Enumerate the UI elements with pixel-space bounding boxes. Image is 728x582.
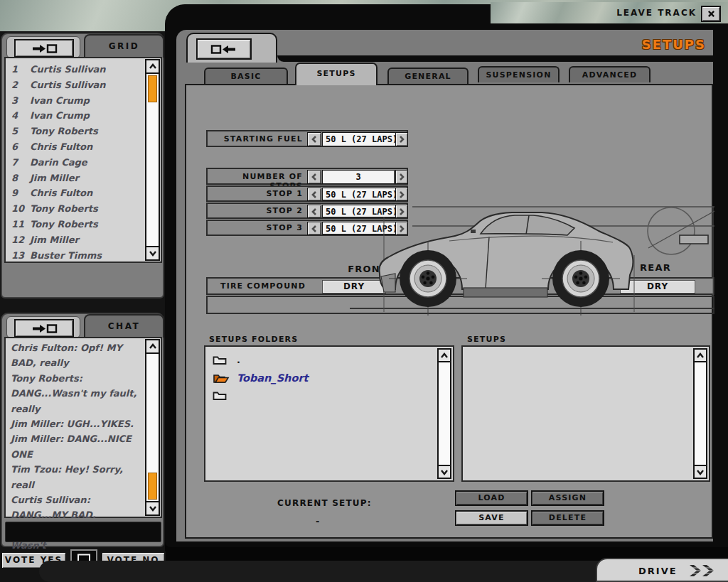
scroll-up-button[interactable] xyxy=(437,348,451,362)
chat-message: Tim Tzou: Hey! Sorry, reall xyxy=(11,462,141,492)
open-folder-icon xyxy=(213,372,230,384)
chevron-up-icon xyxy=(149,343,157,350)
grid-panel: GRID 1Curtis Sullivan 2Curtis Sullivan 3… xyxy=(1,33,164,298)
drive-label: DRIVE xyxy=(638,566,678,576)
number-of-stops-value[interactable]: 3 xyxy=(322,170,395,184)
grid-collapse-container xyxy=(6,36,80,58)
chat-message-list[interactable]: Chris Fulton: Opf! MY BAD, really Tony R… xyxy=(4,337,162,518)
chevron-up-icon xyxy=(440,352,449,359)
chevron-left-icon xyxy=(311,173,318,181)
stops-decrease-button[interactable] xyxy=(307,170,321,184)
grid-row: 2Curtis Sullivan xyxy=(11,77,141,93)
stop-3-decrease-button[interactable] xyxy=(307,222,321,235)
setups-listbox[interactable] xyxy=(461,345,710,482)
collapse-grid-button[interactable] xyxy=(14,39,74,58)
folder-name: . xyxy=(237,355,240,365)
scroll-down-button[interactable] xyxy=(145,501,160,516)
stop-2-decrease-button[interactable] xyxy=(307,205,321,218)
grid-position: 13 xyxy=(11,248,30,264)
chat-message: Chris Fulton: Opf! MY BAD, really xyxy=(11,340,141,371)
stop-1-row: STOP 1 50 L (27 LAPS) xyxy=(206,185,408,202)
drive-button[interactable]: DRIVE xyxy=(596,558,728,582)
delete-button[interactable]: DELETE xyxy=(531,510,604,526)
leave-track-bar: LEAVE TRACK xyxy=(491,2,728,23)
grid-row: 8Jim Miller xyxy=(11,171,141,186)
grid-position: 10 xyxy=(11,201,30,217)
assign-button[interactable]: ASSIGN xyxy=(531,490,604,506)
closed-folder-icon xyxy=(213,390,227,401)
scroll-track[interactable] xyxy=(145,354,160,501)
chat-input[interactable] xyxy=(5,522,161,542)
stop-1-decrease-button[interactable] xyxy=(307,188,321,201)
scroll-up-button[interactable] xyxy=(145,59,160,74)
grid-row: 6Chris Fulton xyxy=(11,139,141,155)
chat-message: Tony Roberts: DANG...Wasn't my fault, re… xyxy=(11,371,141,416)
chevron-right-icon xyxy=(398,190,405,199)
folder-item[interactable] xyxy=(213,387,432,404)
scroll-up-button[interactable] xyxy=(145,339,160,354)
chevron-left-icon xyxy=(311,208,318,216)
starting-fuel-value[interactable]: 50 L (27 LAPS) xyxy=(322,132,397,146)
starting-fuel-label: STARTING FUEL xyxy=(208,134,303,144)
grid-player-name: Chris Fulton xyxy=(30,141,92,152)
grid-scrollbar[interactable] xyxy=(145,59,160,261)
scroll-up-button[interactable] xyxy=(693,348,707,362)
folder-item-selected[interactable]: Toban_Short xyxy=(213,369,432,387)
number-of-stops-row: NUMBER OF STOPS 3 xyxy=(206,168,408,185)
grid-row: 1Curtis Sullivan xyxy=(11,62,141,77)
grid-row: 4Ivan Crump xyxy=(11,108,141,124)
grid-player-name: Tony Roberts xyxy=(30,219,98,230)
scroll-track[interactable] xyxy=(693,362,707,465)
chevron-left-icon xyxy=(311,135,318,144)
starting-fuel-increase-button[interactable] xyxy=(395,132,408,146)
stop-1-label: STOP 1 xyxy=(208,189,303,198)
grid-player-name: Curtis Sullivan xyxy=(30,80,106,90)
chevron-right-icon xyxy=(398,173,405,181)
box-arrow-left-icon xyxy=(210,44,237,55)
grid-player-name: Curtis Sullivan xyxy=(30,64,106,75)
setups-folders-label: SETUPS FOLDERS xyxy=(209,335,298,344)
scroll-track[interactable] xyxy=(437,362,451,465)
folders-scrollbar[interactable] xyxy=(437,348,451,479)
stop-2-label: STOP 2 xyxy=(208,206,303,215)
stop-1-increase-button[interactable] xyxy=(395,188,408,201)
scroll-thumb[interactable] xyxy=(148,75,157,102)
grid-row: 10Tony Roberts xyxy=(11,201,141,217)
current-setup-assigned-value: - xyxy=(316,516,321,527)
tab-basic[interactable]: BASIC xyxy=(204,68,288,84)
tab-advanced[interactable]: ADVANCED xyxy=(569,66,651,82)
grid-player-name: Tony Roberts xyxy=(30,126,98,136)
load-button[interactable]: LOAD xyxy=(455,490,528,506)
setups-folders-listbox[interactable]: . Toban_Short xyxy=(204,345,454,482)
grid-row: 3Ivan Crump xyxy=(11,93,141,109)
stops-increase-button[interactable] xyxy=(395,170,408,184)
grid-row: 7Darin Cage xyxy=(11,155,141,171)
grid-row: 11Tony Roberts xyxy=(11,217,141,232)
scroll-down-button[interactable] xyxy=(145,246,160,261)
folder-item[interactable]: . xyxy=(213,351,432,369)
grid-row: 9Chris Fulton xyxy=(11,185,141,201)
tab-general[interactable]: GENERAL xyxy=(387,68,469,84)
chat-panel: CHAT Chris Fulton: Opf! MY BAD, really T… xyxy=(1,313,164,547)
back-button[interactable] xyxy=(196,38,252,60)
tab-setups[interactable]: SETUPS xyxy=(295,63,378,85)
chat-scrollbar[interactable] xyxy=(145,339,160,516)
tab-suspension[interactable]: SUSPENSION xyxy=(478,66,560,82)
stop-1-value[interactable]: 50 L (27 LAPS) xyxy=(322,188,397,200)
tab-chat[interactable]: CHAT xyxy=(84,314,164,338)
collapse-chat-button[interactable] xyxy=(14,319,74,338)
scroll-track[interactable] xyxy=(145,74,160,246)
scroll-thumb[interactable] xyxy=(148,473,157,500)
grid-player-list[interactable]: 1Curtis Sullivan 2Curtis Sullivan 3Ivan … xyxy=(4,57,162,263)
save-button[interactable]: SAVE xyxy=(455,510,528,526)
grid-player-name: Jim Miller xyxy=(30,173,79,183)
grid-position: 5 xyxy=(11,124,30,139)
scroll-down-button[interactable] xyxy=(437,465,451,479)
scroll-down-button[interactable] xyxy=(693,465,707,479)
chevron-up-icon xyxy=(149,63,157,70)
close-button[interactable] xyxy=(701,6,721,22)
starting-fuel-decrease-button[interactable] xyxy=(307,132,321,146)
starting-fuel-row: STARTING FUEL 50 L (27 LAPS) xyxy=(206,130,408,147)
setups-scrollbar[interactable] xyxy=(693,348,707,479)
tab-grid[interactable]: GRID xyxy=(84,34,164,58)
